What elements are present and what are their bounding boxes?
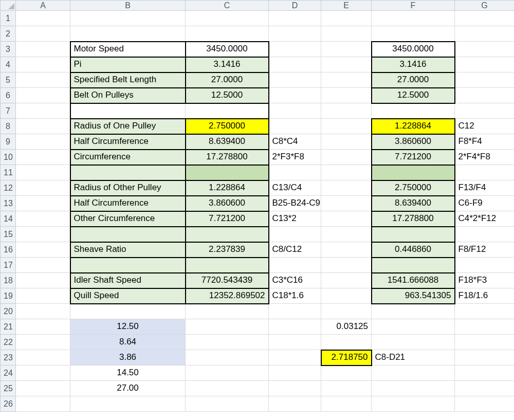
cell[interactable] [269, 11, 321, 26]
cell-value[interactable]: 963.541305 [372, 288, 455, 304]
cell[interactable] [70, 103, 186, 119]
cell[interactable] [455, 350, 515, 366]
col-header[interactable]: D [269, 1, 321, 11]
cell-value[interactable]: 2.750000 [186, 119, 269, 134]
cell-value[interactable]: 3.1416 [186, 57, 269, 72]
cell-label[interactable]: Pi [70, 57, 186, 72]
cell-value[interactable]: 27.00 [70, 381, 186, 396]
row-header[interactable]: 22 [1, 335, 16, 350]
cell-value[interactable]: 14.50 [70, 366, 186, 381]
cell-formula[interactable]: C13/C4 [269, 180, 321, 196]
cell[interactable] [16, 42, 70, 57]
cell-formula[interactable]: F18*F3 [455, 273, 515, 288]
cell-label[interactable]: Other Circumference [70, 211, 186, 227]
row-header[interactable]: 16 [1, 242, 16, 258]
cell-value[interactable]: 2.237839 [186, 242, 269, 258]
cell-value[interactable]: 1.228864 [372, 119, 455, 134]
col-header[interactable]: B [70, 1, 186, 11]
cell-value[interactable]: 3.860600 [372, 134, 455, 150]
cell[interactable] [16, 196, 70, 211]
cell-value[interactable]: 12.5000 [372, 88, 455, 103]
cell[interactable] [321, 288, 372, 304]
cell-value[interactable]: 12.50 [70, 319, 186, 335]
cell[interactable] [269, 42, 321, 57]
cell[interactable] [455, 165, 515, 180]
cell[interactable] [269, 304, 321, 319]
cell[interactable] [70, 304, 186, 319]
cell-label[interactable]: Circumference [70, 150, 186, 165]
cell[interactable] [372, 335, 455, 350]
cell[interactable] [321, 42, 372, 57]
cell[interactable] [16, 11, 70, 26]
cell[interactable] [372, 258, 455, 273]
row-header[interactable]: 5 [1, 72, 16, 88]
cell[interactable] [372, 165, 455, 180]
row-header[interactable]: 13 [1, 196, 16, 211]
cell[interactable] [269, 165, 321, 180]
cell-formula[interactable]: F8/F12 [455, 242, 515, 258]
select-all-corner[interactable] [1, 1, 16, 11]
cell[interactable] [186, 350, 269, 366]
col-header[interactable]: F [372, 1, 455, 11]
cell[interactable] [70, 258, 186, 273]
row-header[interactable]: 19 [1, 288, 16, 304]
cell[interactable] [16, 88, 70, 103]
cell[interactable] [321, 134, 372, 150]
cell-formula[interactable]: C18*1.6 [269, 288, 321, 304]
cell[interactable] [16, 258, 70, 273]
cell[interactable] [455, 227, 515, 242]
cell[interactable] [186, 319, 269, 335]
spreadsheet-viewport[interactable]: A B C D E F G 1 2 3 Motor Speed 3450.000… [0, 0, 514, 420]
cell[interactable] [16, 273, 70, 288]
cell[interactable] [321, 258, 372, 273]
cell[interactable] [186, 304, 269, 319]
cell[interactable] [16, 288, 70, 304]
cell[interactable] [321, 88, 372, 103]
cell-value[interactable]: 3450.0000 [372, 42, 455, 57]
cell[interactable] [16, 227, 70, 242]
cell[interactable] [269, 350, 321, 366]
cell[interactable] [16, 381, 70, 396]
cell-formula[interactable]: C8/C12 [269, 242, 321, 258]
row-header[interactable]: 9 [1, 134, 16, 150]
cell[interactable] [186, 381, 269, 396]
cell[interactable] [321, 396, 372, 412]
cell[interactable] [321, 11, 372, 26]
cell[interactable] [455, 42, 515, 57]
cell[interactable] [16, 72, 70, 88]
cell-formula[interactable]: F13/F4 [455, 180, 515, 196]
cell[interactable] [372, 319, 455, 335]
cell[interactable] [16, 242, 70, 258]
cell-value[interactable]: 7.721200 [186, 211, 269, 227]
cell[interactable] [16, 119, 70, 134]
cell-label[interactable]: Sheave Ratio [70, 242, 186, 258]
cell[interactable] [269, 366, 321, 381]
cell-value[interactable]: 2.750000 [372, 180, 455, 196]
row-header[interactable]: 4 [1, 57, 16, 72]
cell[interactable] [321, 242, 372, 258]
cell-value[interactable]: 3450.0000 [186, 42, 269, 57]
cell[interactable] [321, 57, 372, 72]
cell-value[interactable]: 3.860600 [186, 196, 269, 211]
cell[interactable] [16, 134, 70, 150]
cell-label[interactable]: Quill Speed [70, 288, 186, 304]
cell[interactable] [455, 319, 515, 335]
cell[interactable] [186, 103, 269, 119]
cell[interactable] [455, 304, 515, 319]
row-header[interactable]: 2 [1, 26, 16, 42]
cell[interactable] [269, 258, 321, 273]
cell-value[interactable]: 1541.666088 [372, 273, 455, 288]
cell-label[interactable]: Belt On Pulleys [70, 88, 186, 103]
cell[interactable] [372, 304, 455, 319]
cell[interactable] [70, 11, 186, 26]
cell-formula[interactable]: C12 [455, 119, 515, 134]
row-header[interactable]: 15 [1, 227, 16, 242]
cell-value[interactable]: 8.64 [70, 335, 186, 350]
cell[interactable] [321, 196, 372, 211]
row-header[interactable]: 8 [1, 119, 16, 134]
col-header[interactable]: G [455, 1, 515, 11]
cell-formula[interactable]: C6-F9 [455, 196, 515, 211]
cell-formula[interactable]: C4*2*F12 [455, 211, 515, 227]
cell-label[interactable]: Idler Shaft Speed [70, 273, 186, 288]
cell[interactable] [16, 366, 70, 381]
